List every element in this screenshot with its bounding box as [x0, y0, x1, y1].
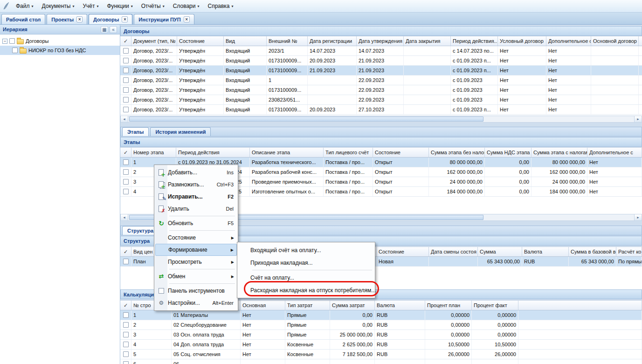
column-header[interactable]: Сумма НДС этапа [485, 148, 532, 157]
context-menu-item[interactable]: Панель инструментов [155, 285, 237, 297]
row-checkbox[interactable] [123, 322, 129, 328]
context-menu-item[interactable]: УдалитьDel [155, 203, 237, 215]
collapse-panel-button[interactable]: « [110, 26, 117, 33]
column-header[interactable]: Дополнительное с [587, 148, 642, 157]
column-header[interactable]: Сумма [478, 247, 522, 256]
column-header[interactable]: Состояние [373, 148, 429, 157]
row-checkbox[interactable] [123, 179, 129, 185]
row-checkbox[interactable] [123, 107, 129, 112]
column-header[interactable]: Состояние [377, 247, 429, 256]
column-header[interactable]: Процент план [425, 301, 472, 310]
tree-checkbox[interactable] [12, 48, 18, 53]
context-menu-item[interactable]: ⇄Обмен▶ [155, 270, 237, 282]
context-menu-item[interactable]: Размножить...Ctrl+F3 [155, 179, 237, 191]
section-tab[interactable]: Этапы [122, 127, 149, 136]
row-checkbox[interactable] [123, 159, 129, 165]
column-header[interactable]: Тип лицевого счёт [324, 148, 373, 157]
row-checkbox[interactable] [123, 169, 129, 175]
column-header[interactable]: Сумма этапа без налогов [429, 148, 485, 157]
context-menu-item[interactable]: Состояние▶ [155, 232, 237, 244]
row-checkbox[interactable] [123, 361, 129, 364]
table-row[interactable]: 404 Доп. оплата трудаНетКосвенные2 625 0… [120, 340, 642, 350]
menubar-item[interactable]: Документы▾ [38, 1, 79, 11]
row-checkbox[interactable] [123, 312, 129, 318]
submenu-item[interactable]: Входящий счёт на оплату... [238, 244, 374, 256]
column-header[interactable] [639, 36, 642, 46]
tree-item[interactable]: НИОКР по ГОЗ без НДС [0, 46, 120, 55]
submenu-item[interactable]: Приходная накладная... [238, 256, 374, 269]
section-tab[interactable]: Структура [122, 226, 159, 235]
close-icon[interactable]: × [122, 16, 128, 22]
row-checkbox[interactable] [123, 189, 129, 194]
table-row[interactable]: Договор, 2023/...УтверждёнВходящий2023/1… [120, 46, 642, 56]
column-header[interactable]: Основная [241, 301, 285, 310]
scroll-right-button[interactable]: ► [634, 116, 642, 122]
column-header[interactable]: Расчёт ко [616, 247, 642, 256]
grid-view-button[interactable]: ▦ [101, 26, 108, 33]
column-header[interactable]: Вид [224, 36, 267, 46]
submenu-item[interactable]: Счёт на оплату... [238, 271, 374, 284]
column-header[interactable] [518, 301, 642, 310]
context-menu-item[interactable]: ↻ОбновитьF5 [155, 217, 237, 229]
column-header[interactable]: Процент факт [472, 301, 518, 310]
column-header[interactable]: Валюта [522, 247, 569, 256]
scroll-left-button[interactable]: ◄ [121, 116, 128, 122]
column-header[interactable]: Дата закрытия [404, 36, 451, 46]
row-checkbox[interactable] [123, 259, 129, 264]
column-header[interactable]: Внешний № [267, 36, 308, 46]
table-row[interactable]: Договор, 2023/...УтверждёнВходящий017310… [120, 85, 642, 95]
row-checkbox[interactable] [123, 97, 129, 103]
column-header[interactable]: Условный договор [498, 36, 546, 46]
column-header[interactable]: Описание этапа [250, 148, 324, 157]
column-header[interactable]: Основной договор [591, 36, 639, 46]
close-icon[interactable]: × [184, 16, 190, 22]
column-header[interactable]: Сумма в базовой в [569, 247, 616, 256]
scrollbar-thumb[interactable] [129, 117, 483, 122]
row-checkbox[interactable] [123, 58, 129, 63]
column-header[interactable]: Номер этапа [131, 148, 176, 157]
column-header[interactable]: Тип затрат [285, 301, 330, 310]
menubar-item[interactable]: Функции▾ [103, 1, 137, 11]
context-menu-item[interactable]: Исправить...F2 [155, 191, 237, 203]
section-tab[interactable]: История изменений [150, 127, 211, 136]
select-all-header[interactable]: ✓ [120, 247, 131, 256]
column-header[interactable]: Дополнительное с [546, 36, 591, 46]
tab-3[interactable]: Договоры× [89, 14, 132, 24]
context-menu-item[interactable]: Просмотреть▶ [155, 256, 237, 268]
tab-2[interactable]: Проекты× [47, 14, 87, 24]
tab-4[interactable]: Инструкции ПУП× [134, 14, 194, 24]
select-all-header[interactable]: ✓ [120, 301, 131, 310]
row-checkbox[interactable] [123, 342, 129, 347]
menubar-item[interactable]: Словари▾ [169, 1, 204, 11]
table-row[interactable]: 303 Осн. оплата трудаНетПрямые25 000 000… [120, 330, 642, 340]
select-all-header[interactable]: ✓ [120, 36, 131, 46]
table-row[interactable]: Договор, 2023/...УтверждёнВходящий017310… [120, 56, 642, 66]
row-checkbox[interactable] [123, 68, 129, 73]
table-row[interactable]: 101 МатериалыНетПрямые0,00RUB0,000000,00… [120, 310, 642, 320]
column-header[interactable]: Дата регистрации [308, 36, 357, 46]
context-menu-item[interactable]: Формирование▶ [155, 244, 237, 256]
select-all-header[interactable]: ✓ [120, 148, 131, 157]
column-header[interactable]: Сумма этапа с налогами [532, 148, 587, 157]
menubar-item[interactable]: Файл▾ [12, 1, 38, 11]
column-header[interactable]: Период действия... [451, 36, 498, 46]
row-checkbox[interactable] [123, 332, 129, 337]
row-checkbox[interactable] [123, 48, 129, 54]
menubar-item[interactable]: Отчёты▾ [137, 1, 169, 11]
context-menu-item[interactable]: ⚙Настройки...Alt+Enter [155, 297, 237, 309]
submenu-item-annotated[interactable]: Расходная накладная на отпуск потребител… [238, 284, 374, 296]
table-row[interactable]: Договор, 2023/...УтверждёнВходящий122.09… [120, 76, 642, 85]
row-checkbox[interactable] [123, 77, 129, 83]
table-row[interactable]: 606 [120, 359, 642, 364]
row-checkbox[interactable] [123, 351, 129, 357]
table-row[interactable]: Договор, 2023/...УтверждёнВходящий017310… [120, 66, 642, 76]
column-header[interactable]: Состояние [177, 36, 224, 46]
row-checkbox[interactable] [123, 87, 129, 93]
menubar-item[interactable]: Справка▾ [203, 1, 237, 11]
column-header[interactable]: Валюта [375, 301, 425, 310]
scroll-left-button[interactable]: ◄ [121, 214, 128, 220]
tab-1[interactable]: Рабочий стол [1, 14, 45, 24]
close-icon[interactable]: × [76, 16, 83, 22]
table-row[interactable]: 202 СпецоборудованиеНетПрямые0,00RUB0,00… [120, 320, 642, 330]
column-header[interactable]: Дата утверждения [357, 36, 404, 46]
